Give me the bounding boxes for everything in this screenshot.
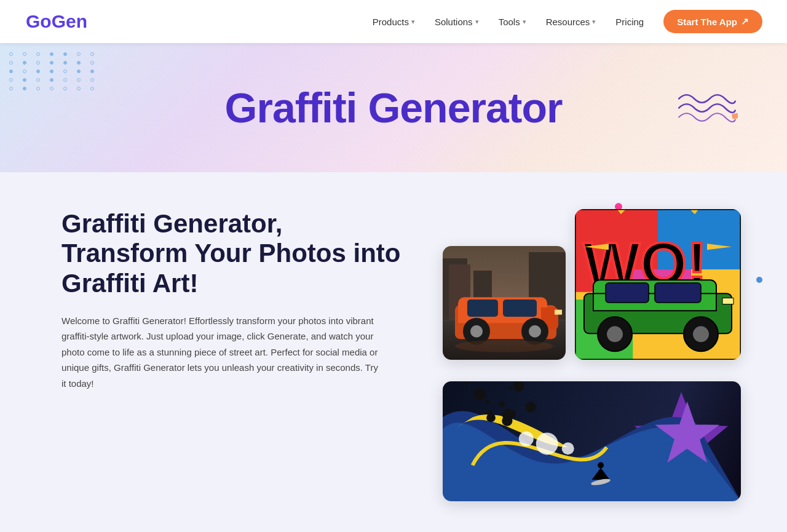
nav-links: Products ▾ Solutions ▾ Tools ▾ Resources… (373, 10, 762, 33)
graffiti-car-image (575, 209, 741, 360)
orange-car-image (443, 246, 566, 360)
right-column (443, 209, 750, 517)
svg-rect-1 (732, 113, 738, 119)
nav-resources[interactable]: Resources ▾ (546, 17, 596, 27)
chevron-down-icon: ▾ (523, 18, 526, 26)
section-description: Welcome to Graffiti Generator! Effortles… (61, 313, 381, 392)
logo[interactable]: GoGen (25, 8, 105, 35)
nav-products[interactable]: Products ▾ (373, 17, 415, 27)
arrow-icon: ↗ (741, 16, 749, 27)
main-content: Graffiti Generator, Transform Your Photo… (0, 172, 787, 532)
chevron-down-icon: ▾ (475, 18, 479, 26)
start-app-button[interactable]: Start The App ↗ (663, 10, 762, 33)
hero-banner: Graffiti Generator (0, 43, 787, 172)
blue-dot-accent (756, 277, 762, 283)
nav-solutions[interactable]: Solutions ▾ (435, 17, 479, 27)
left-column: Graffiti Generator, Transform Your Photo… (61, 209, 406, 391)
chevron-down-icon: ▾ (592, 18, 596, 26)
navigation: GoGen Products ▾ Solutions ▾ Tools ▾ Res… (0, 0, 787, 43)
nav-tools[interactable]: Tools ▾ (499, 17, 526, 27)
section-title: Graffiti Generator, Transform Your Photo… (61, 209, 406, 298)
nav-pricing[interactable]: Pricing (615, 17, 644, 27)
dots-decoration (9, 52, 99, 90)
wave-graffiti-image (443, 381, 741, 501)
wave-decoration (676, 88, 738, 127)
chevron-down-icon: ▾ (411, 18, 415, 26)
page-title: Graffiti Generator (225, 84, 563, 132)
svg-text:GoGen: GoGen (26, 11, 87, 31)
